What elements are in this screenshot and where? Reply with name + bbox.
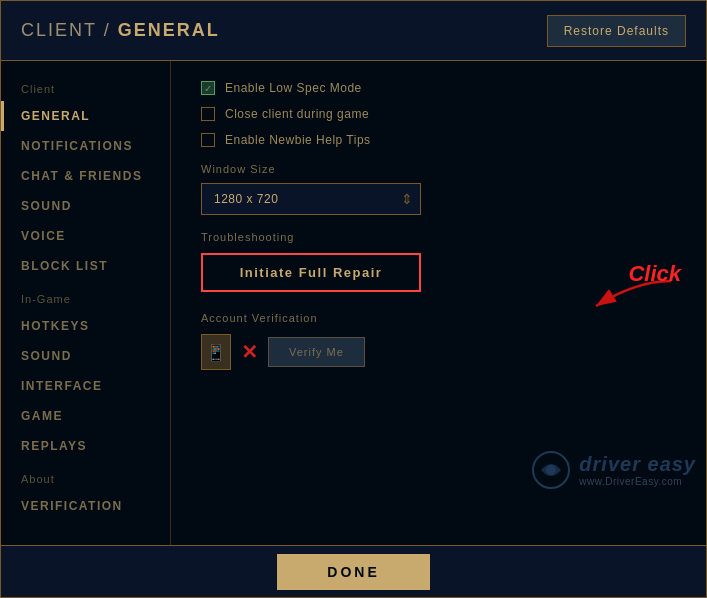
sidebar-section-client: Client <box>1 71 170 101</box>
breadcrumb-client: CLIENT / <box>21 20 118 40</box>
sidebar-item-game[interactable]: GAME <box>1 401 170 431</box>
checkbox-enable-newbie[interactable] <box>201 133 215 147</box>
restore-defaults-button[interactable]: Restore Defaults <box>547 15 686 47</box>
sidebar-item-replays[interactable]: REPLAYS <box>1 431 170 461</box>
setting-enable-low-spec: Enable Low Spec Mode <box>201 81 676 95</box>
setting-close-client: Close client during game <box>201 107 676 121</box>
troubleshooting-label: Troubleshooting <box>201 231 676 243</box>
checkbox-enable-low-spec[interactable] <box>201 81 215 95</box>
sidebar-item-sound-ingame[interactable]: SOUND <box>1 341 170 371</box>
page-title: CLIENT / GENERAL <box>21 20 220 41</box>
click-annotation-label: Click <box>628 261 681 287</box>
checkbox-close-client[interactable] <box>201 107 215 121</box>
sidebar-item-verification[interactable]: VERIFICATION <box>1 491 170 521</box>
main-layout: Client GENERAL NOTIFICATIONS CHAT & FRIE… <box>1 61 706 545</box>
watermark-url: www.DriverEasy.com <box>579 476 696 487</box>
window-size-label: Window Size <box>201 163 676 175</box>
app-window: CLIENT / GENERAL Restore Defaults Client… <box>0 0 707 598</box>
sidebar-item-voice[interactable]: VOICE <box>1 221 170 251</box>
sidebar-section-about: About <box>1 461 170 491</box>
sidebar-item-chat-friends[interactable]: CHAT & FRIENDS <box>1 161 170 191</box>
unverified-icon: ✕ <box>241 340 258 364</box>
content-area: Enable Low Spec Mode Close client during… <box>171 61 706 545</box>
header: CLIENT / GENERAL Restore Defaults <box>1 1 706 61</box>
phone-icon: 📱 <box>201 334 231 370</box>
sidebar-item-notifications[interactable]: NOTIFICATIONS <box>1 131 170 161</box>
window-size-select[interactable]: 1280 x 720 1920 x 1080 800 x 600 <box>201 183 421 215</box>
watermark-text: driver easy www.DriverEasy.com <box>579 453 696 487</box>
done-button[interactable]: DONE <box>277 554 429 590</box>
breadcrumb-general: GENERAL <box>118 20 220 40</box>
svg-point-1 <box>546 465 556 475</box>
label-enable-low-spec: Enable Low Spec Mode <box>225 81 362 95</box>
watermark: driver easy www.DriverEasy.com <box>531 450 696 490</box>
sidebar-item-block-list[interactable]: BLOCK LIST <box>1 251 170 281</box>
account-row: 📱 ✕ Verify Me <box>201 334 676 370</box>
sidebar: Client GENERAL NOTIFICATIONS CHAT & FRIE… <box>1 61 171 545</box>
watermark-brand: driver easy <box>579 453 696 476</box>
label-close-client: Close client during game <box>225 107 369 121</box>
sidebar-item-hotkeys[interactable]: HOTKEYS <box>1 311 170 341</box>
sidebar-item-general[interactable]: GENERAL <box>1 101 170 131</box>
window-size-dropdown-container: 1280 x 720 1920 x 1080 800 x 600 ⇕ <box>201 183 421 215</box>
initiate-repair-button[interactable]: Initiate Full Repair <box>201 253 421 292</box>
label-enable-newbie: Enable Newbie Help Tips <box>225 133 371 147</box>
sidebar-item-sound-client[interactable]: SOUND <box>1 191 170 221</box>
annotation-group: Click <box>576 271 676 321</box>
watermark-logo-icon <box>531 450 571 490</box>
verify-me-button[interactable]: Verify Me <box>268 337 365 367</box>
footer: DONE <box>1 545 706 597</box>
sidebar-item-interface[interactable]: INTERFACE <box>1 371 170 401</box>
sidebar-section-ingame: In-Game <box>1 281 170 311</box>
setting-enable-newbie: Enable Newbie Help Tips <box>201 133 676 147</box>
